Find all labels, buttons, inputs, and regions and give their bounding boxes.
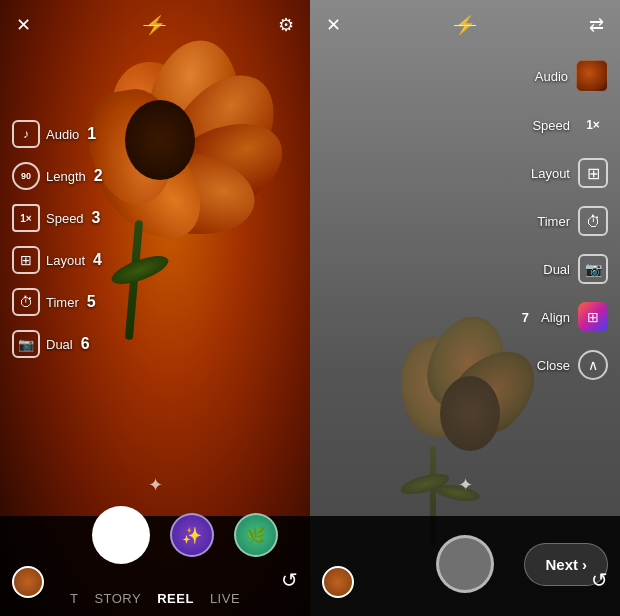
timer-number: 5 <box>87 293 96 311</box>
left-camera-panel: ✕ ⚡ ⚙ ♪ Audio 1 90 Length 2 1× Speed 3 ⊞… <box>0 0 310 616</box>
right-rotate-icon[interactable]: ↺ <box>591 568 608 592</box>
right-audio-item[interactable]: Audio <box>535 60 608 92</box>
right-top-bar: ✕ ⚡ ⇄ <box>310 0 620 50</box>
length-icon: 90 <box>12 162 40 190</box>
right-close-menu-icon: ∧ <box>578 350 608 380</box>
right-flower-decoration <box>350 276 530 516</box>
left-side-menu: ♪ Audio 1 90 Length 2 1× Speed 3 ⊞ Layou… <box>12 120 103 358</box>
right-speed-icon: 1× <box>578 110 608 140</box>
right-align-number: 7 <box>522 310 529 325</box>
audio-label: Audio <box>46 127 79 142</box>
speed-number: 3 <box>92 209 101 227</box>
right-timer-icon: ⏱ <box>578 206 608 236</box>
right-bottom-bar: Next › ↺ <box>310 516 620 616</box>
avatar-left[interactable] <box>12 566 44 598</box>
speed-icon: 1× <box>12 204 40 232</box>
effect-green-button[interactable]: 🌿 <box>234 513 278 557</box>
mode-text[interactable]: T <box>70 591 78 606</box>
right-close-menu-label: Close <box>537 358 570 373</box>
layout-menu-item[interactable]: ⊞ Layout 4 <box>12 246 103 274</box>
layout-label: Layout <box>46 253 85 268</box>
sparkle-icon: ✦ <box>148 474 163 496</box>
right-dual-item[interactable]: Dual 📷 <box>543 254 608 284</box>
rotate-icon[interactable]: ↺ <box>281 568 298 592</box>
right-close-icon[interactable]: ✕ <box>326 14 341 36</box>
right-close-menu-item[interactable]: Close ∧ <box>537 350 608 380</box>
timer-label: Timer <box>46 295 79 310</box>
left-top-bar: ✕ ⚡ ⚙ <box>0 0 310 50</box>
audio-menu-item[interactable]: ♪ Audio 1 <box>12 120 103 148</box>
right-speed-item[interactable]: Speed 1× <box>532 110 608 140</box>
speed-label: Speed <box>46 211 84 226</box>
shutter-area: ✨ 🌿 <box>0 506 310 564</box>
right-timer-item[interactable]: Timer ⏱ <box>537 206 608 236</box>
right-align-icon: ⊞ <box>578 302 608 332</box>
dual-label: Dual <box>46 337 73 352</box>
right-align-label: Align <box>541 310 570 325</box>
timer-icon: ⏱ <box>12 288 40 316</box>
effect-purple-button[interactable]: ✨ <box>170 513 214 557</box>
length-number: 2 <box>94 167 103 185</box>
flash-icon[interactable]: ⚡ <box>144 14 166 36</box>
speed-menu-item[interactable]: 1× Speed 3 <box>12 204 103 232</box>
audio-number: 1 <box>87 125 96 143</box>
dual-number: 6 <box>81 335 90 353</box>
mode-story[interactable]: STORY <box>94 591 141 606</box>
mode-bar: T STORY REEL LIVE ↺ <box>0 591 310 606</box>
left-bottom-bar: ✨ 🌿 T STORY REEL LIVE ↺ <box>0 516 310 616</box>
layout-icon: ⊞ <box>12 246 40 274</box>
right-shutter-button[interactable] <box>436 535 494 593</box>
right-side-menu: Audio Speed 1× Layout ⊞ Timer ⏱ Dual 📷 7 <box>522 60 608 380</box>
right-flip-icon[interactable]: ⇄ <box>589 14 604 36</box>
shutter-button[interactable] <box>92 506 150 564</box>
right-avatar[interactable] <box>322 566 354 598</box>
audio-icon: ♪ <box>12 120 40 148</box>
mode-reel[interactable]: REEL <box>157 591 194 606</box>
right-dual-label: Dual <box>543 262 570 277</box>
right-audio-icon <box>576 60 608 92</box>
right-flash-icon[interactable]: ⚡ <box>454 14 476 36</box>
right-timer-label: Timer <box>537 214 570 229</box>
dual-icon: 📷 <box>12 330 40 358</box>
right-layout-item[interactable]: Layout ⊞ <box>531 158 608 188</box>
right-dual-icon: 📷 <box>578 254 608 284</box>
right-align-item[interactable]: 7 Align ⊞ <box>522 302 608 332</box>
layout-number: 4 <box>93 251 102 269</box>
spacer <box>32 515 72 555</box>
length-label: Length <box>46 169 86 184</box>
right-speed-label: Speed <box>532 118 570 133</box>
length-menu-item[interactable]: 90 Length 2 <box>12 162 103 190</box>
timer-menu-item[interactable]: ⏱ Timer 5 <box>12 288 103 316</box>
right-audio-label: Audio <box>535 69 568 84</box>
right-camera-panel: ✕ ⚡ ⇄ Audio Speed 1× Layout ⊞ Timer ⏱ Du… <box>310 0 620 616</box>
next-arrow-icon: › <box>582 556 587 573</box>
settings-icon[interactable]: ⚙ <box>278 14 294 36</box>
right-layout-icon: ⊞ <box>578 158 608 188</box>
close-icon[interactable]: ✕ <box>16 14 31 36</box>
right-layout-label: Layout <box>531 166 570 181</box>
mode-live[interactable]: LIVE <box>210 591 240 606</box>
next-label: Next <box>545 556 578 573</box>
dual-menu-item[interactable]: 📷 Dual 6 <box>12 330 103 358</box>
